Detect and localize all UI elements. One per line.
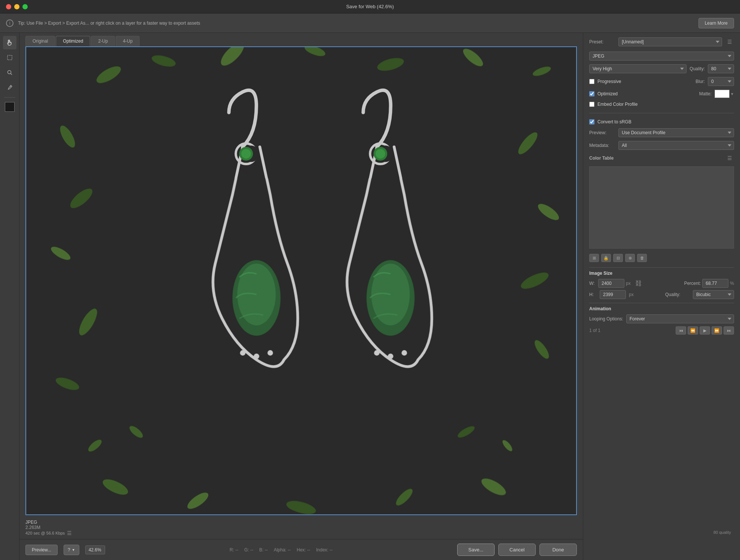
anim-prev-btn[interactable]: ⏪: [688, 326, 698, 335]
quality-value-select[interactable]: 80: [708, 64, 734, 73]
cancel-button[interactable]: Cancel: [498, 544, 536, 556]
color-table-header: Color Table ☰: [589, 154, 734, 163]
looping-select[interactable]: Forever: [626, 314, 734, 323]
resample-select[interactable]: Bicubic: [693, 290, 734, 299]
zoom-tool[interactable]: [3, 66, 16, 79]
convert-srgb-label: Convert to sRGB: [597, 119, 632, 124]
animation-title: Animation: [589, 306, 734, 311]
ct-lock-btn[interactable]: 🔒: [601, 254, 611, 262]
matte-label: Matte:: [699, 91, 712, 96]
h-unit: px: [629, 292, 634, 297]
optimized-checkbox[interactable]: [589, 91, 594, 96]
blur-select[interactable]: 0: [708, 77, 734, 86]
help-button[interactable]: ? ▼: [64, 545, 79, 555]
tip-bar: i Tip: Use File > Export > Export As... …: [0, 13, 740, 33]
marquee-tool[interactable]: [3, 51, 16, 64]
progressive-checkbox[interactable]: [589, 79, 594, 84]
close-button[interactable]: [6, 4, 11, 9]
preset-row: Preset: [Unnamed] ☰: [589, 37, 734, 46]
percent-label: Percent:: [684, 281, 701, 286]
color-table-label: Color Table: [589, 156, 614, 161]
color-table-menu-icon[interactable]: ☰: [725, 154, 734, 163]
quality-row: Very High Quality: 80: [589, 64, 734, 73]
zoom-control: 42.6% 42.6%: [85, 545, 105, 554]
tabs-bar: Original Optimized 2-Up 4-Up: [19, 33, 583, 46]
blur-label: Blur:: [695, 79, 705, 84]
animation-section: Animation Looping Options: Forever 1 of …: [589, 303, 734, 335]
window-title: Save for Web (42.6%): [346, 4, 394, 9]
pixel-info: R: -- G: -- B: -- Alpha: -- Hex: -- Inde…: [111, 547, 451, 553]
matte-swatch[interactable]: [715, 90, 730, 98]
hand-tool[interactable]: [3, 36, 16, 49]
action-buttons: Save... Cancel Done: [457, 544, 577, 556]
optimized-row: Optimized Matte: ▼: [589, 90, 734, 98]
minimize-button[interactable]: [14, 4, 19, 9]
g-value: G: --: [244, 547, 253, 553]
progressive-label: Progressive: [597, 79, 621, 84]
embed-color-profile-checkbox[interactable]: [589, 102, 594, 107]
status-bar: JPEG 2.263M 420 sec @ 56.6 Kbps ☰ 80 qua…: [19, 518, 583, 539]
image-size-title: Image Size: [589, 271, 734, 276]
image-background: [26, 47, 576, 514]
tab-original[interactable]: Original: [25, 36, 55, 46]
image-size: 2.263M: [25, 525, 577, 530]
ct-map-btn[interactable]: ⊞: [589, 254, 599, 262]
maximize-button[interactable]: [22, 4, 28, 9]
svg-point-45: [374, 350, 380, 356]
w-unit: px: [626, 281, 631, 286]
traffic-lights: [6, 4, 28, 9]
h-label: H:: [589, 292, 597, 297]
link-icon[interactable]: ⛓: [634, 280, 643, 287]
height-row: H: px Quality: Bicubic: [589, 290, 734, 299]
canvas-area: Original Optimized 2-Up 4-Up: [19, 33, 583, 560]
panel-menu-icon[interactable]: ☰: [725, 37, 734, 46]
format-select[interactable]: JPEG: [589, 52, 734, 61]
eyedropper-tool[interactable]: [3, 81, 16, 94]
color-swatch[interactable]: [5, 102, 15, 112]
zoom-select[interactable]: 42.6%: [85, 545, 105, 554]
svg-line-3: [10, 86, 11, 87]
matte-dropdown-icon[interactable]: ▼: [730, 92, 734, 96]
convert-srgb-checkbox[interactable]: [589, 119, 594, 124]
quality-resample-row: Quality: Bicubic: [665, 290, 734, 299]
anim-first-btn[interactable]: ⏮: [676, 326, 686, 335]
settings-icon[interactable]: ☰: [67, 530, 72, 536]
ct-copy-btn[interactable]: ⊕: [625, 254, 635, 262]
learn-more-button[interactable]: Learn More: [698, 18, 734, 28]
preview-button[interactable]: Preview...: [25, 545, 58, 555]
preview-select[interactable]: Use Document Profile: [618, 128, 734, 137]
animation-controls: 1 of 1 ⏮ ⏪ ▶ ⏩ ⏭: [589, 326, 734, 335]
metadata-select[interactable]: All: [618, 141, 734, 150]
right-panel: Preset: [Unnamed] ☰ JPEG Very High Quali…: [583, 33, 740, 560]
anim-play-btn[interactable]: ▶: [700, 326, 710, 335]
height-input[interactable]: [600, 290, 626, 299]
svg-point-36: [240, 350, 245, 356]
done-button[interactable]: Done: [539, 544, 577, 556]
tool-divider: [4, 97, 15, 98]
quality-label: Quality:: [689, 66, 705, 71]
save-button[interactable]: Save...: [457, 544, 495, 556]
percent-unit: %: [730, 281, 734, 286]
divider-1: [589, 113, 734, 113]
image-viewport: [25, 46, 577, 515]
index-value: Index: --: [316, 547, 333, 553]
alpha-value: Alpha: --: [274, 547, 291, 553]
dropdown-arrow-icon: ▼: [72, 548, 75, 552]
tab-optimized[interactable]: Optimized: [56, 36, 90, 46]
width-input[interactable]: [598, 279, 624, 288]
svg-line-2: [10, 74, 12, 75]
svg-point-47: [401, 350, 407, 356]
matte-control: ▼: [715, 90, 734, 98]
tab-4up[interactable]: 4-Up: [116, 36, 140, 46]
anim-next-btn[interactable]: ⏩: [712, 326, 722, 335]
ct-lock2-btn[interactable]: ⊟: [613, 254, 623, 262]
percent-input[interactable]: [702, 279, 728, 288]
quality-setting-select[interactable]: Very High: [589, 64, 687, 73]
image-time: 420 sec @ 56.6 Kbps: [25, 531, 65, 535]
ct-delete-btn[interactable]: 🗑: [637, 254, 647, 262]
preset-select[interactable]: [Unnamed]: [618, 37, 722, 46]
tab-2up[interactable]: 2-Up: [91, 36, 115, 46]
main-content: Original Optimized 2-Up 4-Up: [0, 33, 740, 560]
help-icon: ?: [68, 547, 70, 553]
anim-last-btn[interactable]: ⏭: [724, 326, 734, 335]
